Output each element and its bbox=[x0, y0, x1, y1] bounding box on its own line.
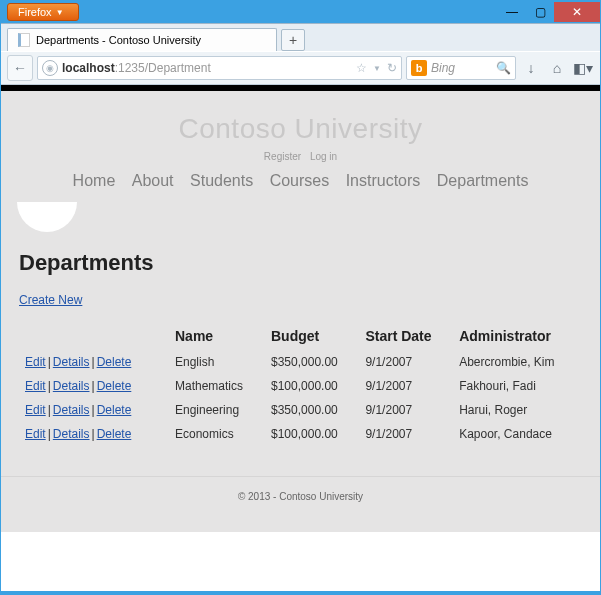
cell-name: English bbox=[169, 350, 265, 374]
cell-budget: $100,000.00 bbox=[265, 374, 359, 398]
departments-table: Name Budget Start Date Administrator Edi… bbox=[19, 324, 582, 446]
col-admin: Administrator bbox=[453, 324, 582, 350]
delete-link[interactable]: Delete bbox=[97, 427, 132, 441]
firefox-label: Firefox bbox=[18, 6, 52, 18]
cell-admin: Harui, Roger bbox=[453, 398, 582, 422]
globe-icon: ◉ bbox=[42, 60, 58, 76]
table-row: Edit|Details|DeleteMathematics$100,000.0… bbox=[19, 374, 582, 398]
bing-icon: b bbox=[411, 60, 427, 76]
new-tab-button[interactable]: + bbox=[281, 29, 305, 51]
chevron-down-icon: ▼ bbox=[56, 8, 64, 17]
delete-link[interactable]: Delete bbox=[97, 403, 132, 417]
login-link[interactable]: Log in bbox=[310, 151, 337, 162]
back-button[interactable]: ← bbox=[7, 55, 33, 81]
cell-name: Economics bbox=[169, 422, 265, 446]
browser-tab[interactable]: Departments - Contoso University bbox=[7, 28, 277, 51]
tab-bar: Departments - Contoso University + bbox=[1, 23, 600, 51]
cell-name: Engineering bbox=[169, 398, 265, 422]
bookmark-star-icon[interactable]: ☆ bbox=[356, 61, 367, 75]
auth-links: Register Log in bbox=[1, 151, 600, 162]
edit-link[interactable]: Edit bbox=[25, 403, 46, 417]
page-viewport: Contoso University Register Log in Home … bbox=[1, 85, 600, 591]
create-new-link[interactable]: Create New bbox=[19, 293, 82, 307]
window-close-button[interactable]: ✕ bbox=[554, 2, 600, 22]
window-minimize-button[interactable]: — bbox=[498, 2, 526, 22]
cell-admin: Fakhouri, Fadi bbox=[453, 374, 582, 398]
cell-start: 9/1/2007 bbox=[359, 374, 453, 398]
bookmarks-menu-button[interactable]: ◧▾ bbox=[572, 57, 594, 79]
search-box[interactable]: b Bing 🔍 bbox=[406, 56, 516, 80]
firefox-menu-button[interactable]: Firefox ▼ bbox=[7, 3, 79, 21]
cell-budget: $350,000.00 bbox=[265, 398, 359, 422]
table-row: Edit|Details|DeleteEnglish$350,000.009/1… bbox=[19, 350, 582, 374]
site-footer: © 2013 - Contoso University bbox=[1, 476, 600, 532]
home-button[interactable]: ⌂ bbox=[546, 57, 568, 79]
cell-start: 9/1/2007 bbox=[359, 350, 453, 374]
register-link[interactable]: Register bbox=[264, 151, 301, 162]
delete-link[interactable]: Delete bbox=[97, 379, 132, 393]
download-arrow-icon: ↓ bbox=[528, 60, 535, 76]
url-text: localhost:1235/Department bbox=[62, 61, 211, 75]
nav-departments[interactable]: Departments bbox=[437, 172, 529, 189]
nav-about[interactable]: About bbox=[132, 172, 174, 189]
details-link[interactable]: Details bbox=[53, 427, 90, 441]
site-header: Contoso University Register Log in Home … bbox=[1, 91, 600, 206]
arrow-left-icon: ← bbox=[13, 60, 27, 76]
nav-toolbar: ← ◉ localhost:1235/Department ☆ ▼ ↻ b Bi… bbox=[1, 51, 600, 85]
search-icon[interactable]: 🔍 bbox=[496, 61, 511, 75]
cell-budget: $350,000.00 bbox=[265, 350, 359, 374]
address-bar[interactable]: ◉ localhost:1235/Department ☆ ▼ ↻ bbox=[37, 56, 402, 80]
edit-link[interactable]: Edit bbox=[25, 427, 46, 441]
details-link[interactable]: Details bbox=[53, 403, 90, 417]
window-titlebar: Firefox ▼ — ▢ ✕ bbox=[1, 1, 600, 23]
nav-students[interactable]: Students bbox=[190, 172, 253, 189]
search-placeholder: Bing bbox=[431, 61, 455, 75]
site-title: Contoso University bbox=[1, 113, 600, 145]
cell-start: 9/1/2007 bbox=[359, 422, 453, 446]
home-icon: ⌂ bbox=[553, 60, 561, 76]
downloads-button[interactable]: ↓ bbox=[520, 57, 542, 79]
cell-name: Mathematics bbox=[169, 374, 265, 398]
page-heading: Departments bbox=[19, 250, 582, 276]
avatar-placeholder bbox=[17, 202, 77, 232]
details-link[interactable]: Details bbox=[53, 379, 90, 393]
col-name: Name bbox=[169, 324, 265, 350]
plus-icon: + bbox=[289, 32, 297, 48]
page-favicon-icon bbox=[18, 33, 30, 47]
cell-start: 9/1/2007 bbox=[359, 398, 453, 422]
table-row: Edit|Details|DeleteEngineering$350,000.0… bbox=[19, 398, 582, 422]
details-link[interactable]: Details bbox=[53, 355, 90, 369]
dropdown-caret-icon[interactable]: ▼ bbox=[373, 64, 381, 73]
cell-budget: $100,000.00 bbox=[265, 422, 359, 446]
reload-icon[interactable]: ↻ bbox=[387, 61, 397, 75]
edit-link[interactable]: Edit bbox=[25, 379, 46, 393]
cell-admin: Kapoor, Candace bbox=[453, 422, 582, 446]
tab-title: Departments - Contoso University bbox=[36, 34, 201, 46]
nav-home[interactable]: Home bbox=[73, 172, 116, 189]
nav-instructors[interactable]: Instructors bbox=[346, 172, 421, 189]
col-budget: Budget bbox=[265, 324, 359, 350]
edit-link[interactable]: Edit bbox=[25, 355, 46, 369]
nav-courses[interactable]: Courses bbox=[270, 172, 330, 189]
bookmark-icon: ◧▾ bbox=[573, 60, 593, 76]
col-start: Start Date bbox=[359, 324, 453, 350]
delete-link[interactable]: Delete bbox=[97, 355, 132, 369]
table-row: Edit|Details|DeleteEconomics$100,000.009… bbox=[19, 422, 582, 446]
main-nav: Home About Students Courses Instructors … bbox=[1, 172, 600, 200]
cell-admin: Abercrombie, Kim bbox=[453, 350, 582, 374]
window-maximize-button[interactable]: ▢ bbox=[526, 2, 554, 22]
